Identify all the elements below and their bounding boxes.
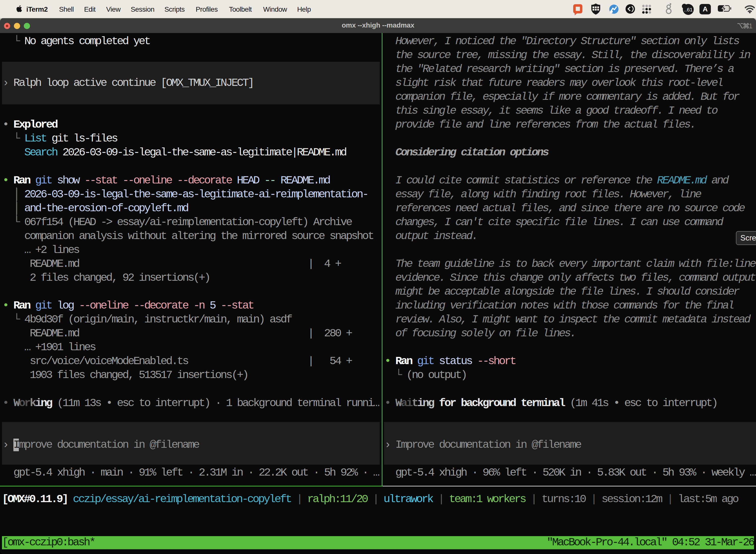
svg-text:1: 1 [749,22,753,30]
svg-text:..61: ..61 [684,7,693,12]
